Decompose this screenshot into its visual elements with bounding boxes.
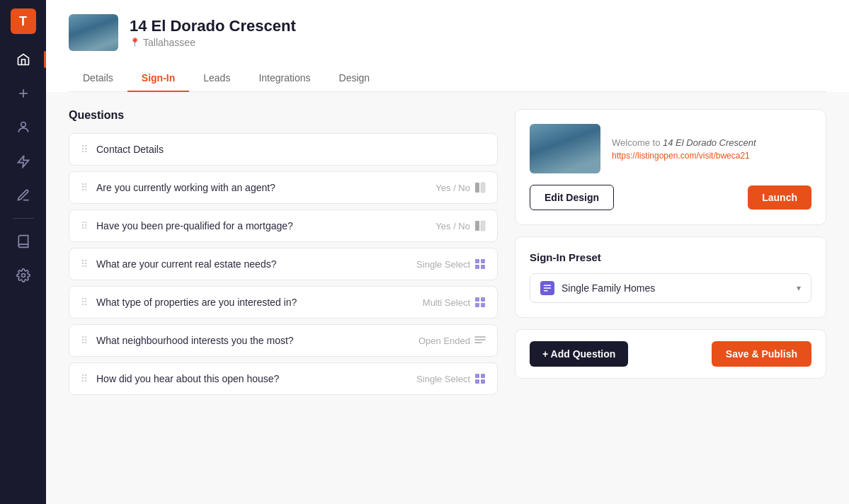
svg-point-2 <box>21 122 25 127</box>
preview-welcome-prefix: Welcome to <box>612 137 660 148</box>
svg-rect-25 <box>544 290 548 292</box>
tabs-bar: Details Sign-In Leads Integrations Desig… <box>69 65 826 92</box>
svg-rect-21 <box>475 379 479 384</box>
property-city: Tallahassee <box>143 37 195 48</box>
question-item: ⠿ Contact Details <box>69 133 498 166</box>
svg-rect-6 <box>475 221 479 231</box>
question-text: What are your current real estate needs? <box>96 258 408 270</box>
preset-title: Sign-In Preset <box>530 251 811 263</box>
main-content: 14 El Dorado Crescent 📍 Tallahassee Deta… <box>46 0 849 504</box>
question-type: Yes / No <box>435 182 486 193</box>
preview-card: Welcome to 14 El Dorado Crescent https:/… <box>515 109 826 225</box>
svg-rect-23 <box>544 285 552 287</box>
pen-icon <box>16 188 30 202</box>
bottom-actions: + Add Question Save & Publish <box>515 329 826 379</box>
tab-integrations[interactable]: Integrations <box>244 65 324 92</box>
lightning-icon <box>16 154 30 168</box>
question-type-label: Open Ended <box>418 336 470 346</box>
question-type-label: Yes / No <box>435 221 470 231</box>
drag-handle[interactable]: ⠿ <box>81 373 88 384</box>
sidebar-item-lightning[interactable] <box>9 147 38 176</box>
drag-handle[interactable]: ⠿ <box>81 335 88 346</box>
plus-icon <box>16 86 30 101</box>
svg-rect-4 <box>475 183 479 193</box>
app-logo[interactable]: T <box>11 8 36 34</box>
property-details: 14 El Dorado Crescent 📍 Tallahassee <box>130 17 296 48</box>
save-publish-button[interactable]: Save & Publish <box>712 341 811 367</box>
preview-actions: Edit Design Launch <box>530 185 811 210</box>
content-area: Questions ⠿ Contact Details ⠿ Are you cu… <box>46 92 849 504</box>
tab-leads[interactable]: Leads <box>189 65 244 92</box>
preset-list-icon <box>543 284 552 292</box>
property-image <box>69 14 118 51</box>
svg-rect-15 <box>481 303 485 307</box>
question-text: How did you hear about this open house? <box>96 373 408 384</box>
preview-welcome: Welcome to 14 El Dorado Crescent <box>612 137 811 148</box>
preview-url-prefix: https://listingopen.com/visit/ <box>612 151 716 161</box>
yes-no-icon <box>474 182 486 193</box>
sidebar-item-add[interactable] <box>9 79 38 108</box>
sidebar-item-settings[interactable] <box>9 261 38 290</box>
drag-handle[interactable]: ⠿ <box>81 258 88 270</box>
question-type-label: Single Select <box>416 259 470 270</box>
question-type-label: Single Select <box>416 374 470 384</box>
question-type-label: Yes / No <box>435 183 470 193</box>
drag-handle[interactable]: ⠿ <box>81 220 88 231</box>
sidebar-item-pen[interactable] <box>9 181 38 210</box>
drag-handle[interactable]: ⠿ <box>81 297 88 308</box>
tab-details[interactable]: Details <box>69 65 127 92</box>
launch-button[interactable]: Launch <box>748 185 811 210</box>
questions-panel: Questions ⠿ Contact Details ⠿ Are you cu… <box>69 109 498 487</box>
svg-rect-5 <box>481 183 485 193</box>
sidebar-item-book[interactable] <box>9 227 38 256</box>
preview-url-code: bweca21 <box>716 151 750 161</box>
multi-select-icon <box>474 297 486 308</box>
person-icon <box>16 120 30 134</box>
property-info: 14 El Dorado Crescent 📍 Tallahassee <box>69 14 826 51</box>
svg-rect-10 <box>475 265 479 269</box>
svg-rect-9 <box>481 259 485 263</box>
question-item: ⠿ Are you currently working with an agen… <box>69 171 498 204</box>
sidebar-item-contacts[interactable] <box>9 113 38 142</box>
question-type: Multi Select <box>423 297 486 308</box>
single-select-icon-2 <box>474 373 486 384</box>
drag-handle[interactable]: ⠿ <box>81 182 88 193</box>
right-panel: Welcome to 14 El Dorado Crescent https:/… <box>515 109 826 487</box>
location-icon: 📍 <box>130 38 140 47</box>
question-type: Yes / No <box>435 220 486 231</box>
edit-design-button[interactable]: Edit Design <box>530 185 614 210</box>
svg-rect-12 <box>475 297 479 302</box>
questions-title: Questions <box>69 109 498 122</box>
chevron-down-icon: ▾ <box>797 283 801 293</box>
svg-rect-22 <box>481 379 485 384</box>
question-text: Have you been pre-qualified for a mortga… <box>96 220 427 231</box>
question-text: What type of properties are you interest… <box>96 297 414 308</box>
preview-inner: Welcome to 14 El Dorado Crescent https:/… <box>530 124 811 173</box>
preview-text-block: Welcome to 14 El Dorado Crescent https:/… <box>612 137 811 161</box>
svg-rect-19 <box>475 374 479 378</box>
sidebar-item-home[interactable] <box>9 45 38 74</box>
question-item: ⠿ What neighbourhood interests you the m… <box>69 324 498 357</box>
tab-design[interactable]: Design <box>325 65 384 92</box>
question-type: Open Ended <box>418 335 486 346</box>
question-item: ⠿ What are your current real estate need… <box>69 248 498 280</box>
preset-selected-value: Single Family Homes <box>562 282 790 294</box>
preview-property-image <box>530 124 600 173</box>
question-text: Contact Details <box>96 144 486 155</box>
yes-no-icon-2 <box>474 220 486 231</box>
svg-rect-8 <box>475 259 479 263</box>
question-item: ⠿ How did you hear about this open house… <box>69 362 498 395</box>
preset-icon <box>540 281 554 295</box>
header: 14 El Dorado Crescent 📍 Tallahassee Deta… <box>46 0 849 92</box>
svg-rect-13 <box>481 297 485 302</box>
drag-handle[interactable]: ⠿ <box>81 144 88 155</box>
tab-signin[interactable]: Sign-In <box>127 65 189 92</box>
sidebar: T <box>0 0 46 504</box>
property-title: 14 El Dorado Crescent <box>130 17 296 35</box>
open-ended-icon <box>474 335 486 346</box>
preset-select-dropdown[interactable]: Single Family Homes ▾ <box>530 273 811 303</box>
book-icon <box>16 234 30 248</box>
question-item: ⠿ What type of properties are you intere… <box>69 286 498 319</box>
preset-card: Sign-In Preset Single Family Homes ▾ <box>515 236 826 318</box>
add-question-button[interactable]: + Add Question <box>530 341 628 367</box>
